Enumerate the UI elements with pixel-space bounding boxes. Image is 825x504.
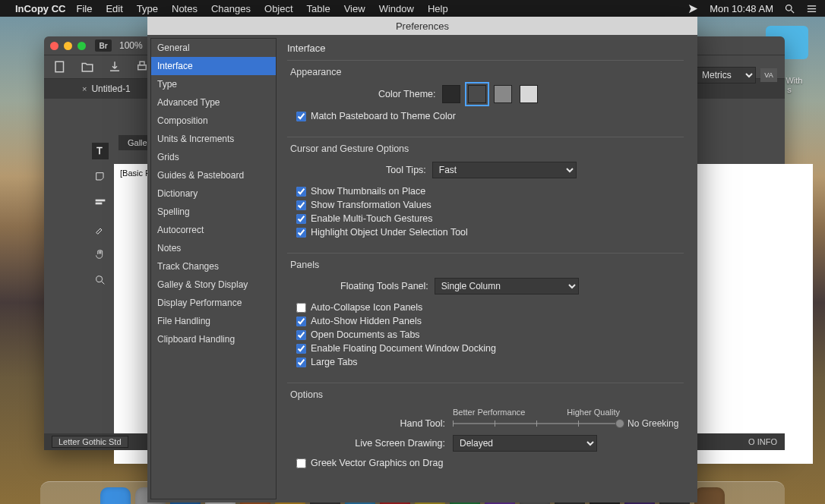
cursor-opt-checkbox-0[interactable]: [296, 187, 306, 197]
color-theme-swatch-0[interactable]: [442, 85, 460, 103]
tracking-icon[interactable]: VA: [760, 68, 777, 82]
bridge-icon[interactable]: Br: [95, 39, 112, 52]
prefs-category-dictionary[interactable]: Dictionary: [151, 184, 276, 203]
cursor-opt-label-0: Show Thumbnails on Place: [311, 186, 425, 197]
prefs-category-clipboard-handling[interactable]: Clipboard Handling: [151, 330, 276, 348]
svg-line-9: [102, 282, 104, 284]
prefs-category-general[interactable]: General: [151, 39, 276, 57]
menu-table[interactable]: Table: [307, 3, 330, 14]
menu-edit[interactable]: Edit: [106, 3, 122, 14]
cursor-opt-checkbox-3[interactable]: [296, 228, 306, 238]
preferences-dialog: Preferences GeneralInterfaceTypeAdvanced…: [147, 17, 697, 502]
panels-opt-label-2: Open Documents as Tabs: [311, 329, 420, 340]
control-strip-right: Metrics VA: [695, 67, 777, 83]
prefs-category-display-performance[interactable]: Display Performance: [151, 294, 276, 312]
color-theme-swatch-1[interactable]: [468, 85, 486, 103]
menu-view[interactable]: View: [344, 3, 365, 14]
zoom-tool-icon[interactable]: [92, 272, 109, 288]
menu-changes[interactable]: Changes: [211, 3, 251, 14]
options-section: Options Better Performance Higher Qualit…: [287, 383, 684, 480]
zoom-window-button[interactable]: [77, 42, 86, 50]
greek-vector-checkbox[interactable]: [296, 458, 306, 468]
open-icon[interactable]: [81, 60, 94, 74]
panels-opt-label-4: Large Tabs: [311, 357, 358, 367]
panels-opt-label-3: Enable Floating Document Window Docking: [311, 343, 496, 354]
minimize-window-button[interactable]: [64, 42, 72, 50]
prefs-category-notes[interactable]: Notes: [151, 239, 276, 257]
preflight-status[interactable]: O INFO: [748, 437, 777, 446]
prefs-category-interface[interactable]: Interface: [151, 57, 276, 75]
prefs-category-spelling[interactable]: Spelling: [151, 203, 276, 221]
menu-type[interactable]: Type: [137, 3, 158, 14]
save-icon[interactable]: [108, 60, 122, 74]
hand-tool-value-label: No Greeking: [627, 418, 678, 429]
menubar-clock[interactable]: Mon 10:48 AM: [710, 3, 773, 14]
perf-label-left: Better Performance: [453, 408, 525, 417]
greek-vector-label: Greek Vector Graphics on Drag: [311, 458, 443, 468]
document-tab[interactable]: × Untitled-1: [74, 80, 138, 97]
eyedropper-tool-icon[interactable]: [92, 220, 109, 237]
close-window-button[interactable]: [50, 42, 58, 50]
tooltips-select[interactable]: Fast: [432, 162, 577, 178]
prefs-category-file-handling[interactable]: File Handling: [151, 312, 276, 330]
document-tab-label: Untitled-1: [91, 83, 130, 94]
position-tool-icon[interactable]: [92, 194, 109, 211]
live-screen-drawing-label: Live Screen Drawing:: [287, 438, 445, 449]
prefs-category-composition[interactable]: Composition: [151, 112, 276, 130]
font-family-field[interactable]: Letter Gothic Std: [52, 436, 128, 448]
menu-help[interactable]: Help: [428, 3, 448, 14]
prefs-category-advanced-type[interactable]: Advanced Type: [151, 93, 276, 112]
new-doc-icon[interactable]: [53, 60, 67, 74]
panels-opt-checkbox-3[interactable]: [296, 344, 306, 354]
menu-notes[interactable]: Notes: [172, 3, 198, 14]
match-pasteboard-label: Match Pasteboard to Theme Color: [311, 111, 456, 121]
prefs-category-track-changes[interactable]: Track Changes: [151, 257, 276, 276]
dock-app-17[interactable]: [694, 487, 725, 504]
svg-line-1: [791, 10, 794, 13]
cursor-opt-checkbox-2[interactable]: [296, 214, 306, 224]
close-tab-icon[interactable]: ×: [82, 84, 87, 93]
floating-tools-label: Floating Tools Panel:: [340, 281, 428, 291]
type-tool-icon[interactable]: T: [92, 143, 109, 159]
panels-opt-checkbox-2[interactable]: [296, 330, 306, 340]
cursor-section: Cursor and Gesture Options Tool Tips: Fa…: [287, 137, 684, 250]
input-source-icon[interactable]: [688, 3, 699, 14]
cursor-opt-label-2: Enable Multi-Touch Gestures: [311, 213, 433, 224]
panels-section: Panels Floating Tools Panel: Single Colu…: [287, 253, 684, 380]
prefs-category-type[interactable]: Type: [151, 75, 276, 93]
color-theme-swatch-2[interactable]: [494, 85, 512, 103]
spotlight-icon[interactable]: [784, 3, 795, 14]
menu-file[interactable]: File: [76, 3, 92, 14]
menu-window[interactable]: Window: [379, 3, 414, 14]
cursor-opt-checkbox-1[interactable]: [296, 200, 306, 210]
panels-opt-checkbox-1[interactable]: [296, 317, 306, 326]
svg-text:T: T: [96, 146, 103, 156]
prefs-category-list: GeneralInterfaceTypeAdvanced TypeComposi…: [150, 38, 277, 499]
note-tool-icon[interactable]: [92, 169, 109, 185]
panel-heading: Interface: [287, 43, 684, 54]
prefs-category-units-increments[interactable]: Units & Increments: [151, 130, 276, 148]
menu-object[interactable]: Object: [264, 3, 293, 14]
hand-tool-slider[interactable]: [453, 423, 620, 424]
prefs-category-grids[interactable]: Grids: [151, 148, 276, 166]
svg-point-8: [96, 276, 103, 282]
match-pasteboard-checkbox[interactable]: [296, 112, 306, 121]
prefs-category-galley-story-display[interactable]: Galley & Story Display: [151, 276, 276, 294]
color-theme-swatch-3[interactable]: [520, 85, 538, 103]
dock-app-0[interactable]: [100, 487, 131, 504]
prefs-category-autocorrect[interactable]: Autocorrect: [151, 221, 276, 239]
kerning-select[interactable]: Metrics: [695, 67, 756, 83]
hand-tool-icon[interactable]: [92, 246, 109, 263]
floating-tools-select[interactable]: Single Column: [435, 278, 579, 295]
panels-opt-checkbox-0[interactable]: [296, 303, 306, 313]
prefs-category-guides-pasteboard[interactable]: Guides & Pasteboard: [151, 166, 276, 184]
dialog-title[interactable]: Preferences: [147, 17, 697, 35]
panels-opt-checkbox-4[interactable]: [296, 358, 306, 367]
traffic-lights[interactable]: [50, 42, 86, 50]
panels-opt-label-0: Auto-Collapse Icon Panels: [311, 302, 422, 313]
menu-extras-icon[interactable]: [806, 3, 817, 14]
zoom-percentage[interactable]: 100%: [119, 40, 143, 51]
panels-title: Panels: [290, 260, 684, 270]
live-screen-drawing-select[interactable]: Delayed: [453, 435, 597, 452]
app-menu[interactable]: InCopy CC: [15, 3, 65, 14]
